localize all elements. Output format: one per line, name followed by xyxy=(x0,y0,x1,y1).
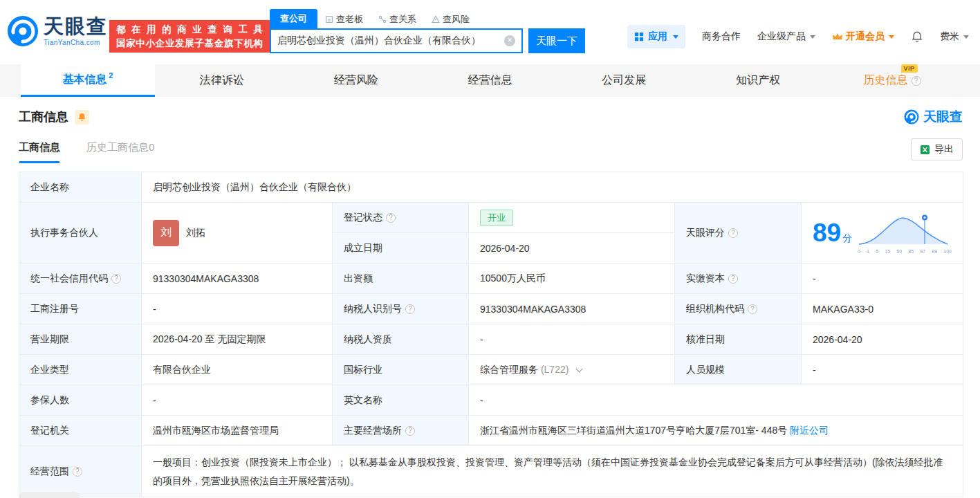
insured-count-value: - xyxy=(142,385,333,416)
registration-status-label: 登记状态 ? xyxy=(333,203,469,233)
notifications-button[interactable] xyxy=(911,30,923,43)
table-row: 工商注册号 - 纳税人识别号 ? 91330304MAKAGA3308 组织机构… xyxy=(19,294,963,324)
excel-icon xyxy=(920,145,930,155)
tab-company-development[interactable]: 公司发展 xyxy=(557,64,691,97)
help-icon[interactable]: ? xyxy=(405,426,415,436)
industry-label: 国标行业 xyxy=(333,355,469,385)
capital-value: 10500万人民币 xyxy=(469,264,675,294)
business-cooperation-label: 商务合作 xyxy=(702,30,741,43)
search-tab-boss[interactable]: 查老板 xyxy=(317,10,371,28)
chevron-down-icon[interactable] xyxy=(576,365,583,372)
table-row: 执行事务合伙人 刘 刘拓 登记状态 ? 开业 天眼评分 ? 89分 xyxy=(19,203,963,233)
subscribe-bell-button[interactable] xyxy=(75,110,89,124)
tab-intellectual-property[interactable]: 知识产权 xyxy=(691,64,825,97)
search-tab-label: 查老板 xyxy=(336,13,363,26)
managing-partner-name[interactable]: 刘拓 xyxy=(186,227,205,239)
score-number: 89分 xyxy=(813,219,852,248)
registration-authority-label: 登记机关 xyxy=(19,416,142,446)
user-menu[interactable]: 费米 xyxy=(940,30,969,43)
search-tab-company[interactable]: 查公司 xyxy=(270,9,317,28)
help-icon[interactable]: ? xyxy=(73,467,82,477)
tab-operating-risk[interactable]: 经营风险 xyxy=(289,64,423,97)
relation-icon xyxy=(378,15,387,24)
chevron-down-icon xyxy=(889,35,894,39)
table-row: 企业名称 启明芯创业投资（温州）合伙企业（有限合伙） xyxy=(19,172,963,203)
help-icon[interactable]: ? xyxy=(386,213,396,223)
subtab-history-business-info[interactable]: 历史工商信息0 xyxy=(86,141,154,163)
managing-partner-cell: 刘 刘拓 xyxy=(142,203,333,264)
clear-search-icon[interactable]: × xyxy=(504,35,515,46)
help-icon[interactable]: ? xyxy=(912,76,921,86)
taxpayer-quality-value: - xyxy=(469,324,675,355)
tab-history-info[interactable]: 历史信息 VIP ? xyxy=(825,64,959,97)
slogan-line-2: 国家中小企业发展子基金旗下机构 xyxy=(116,37,263,50)
tab-operating-risk-label: 经营风险 xyxy=(334,73,378,88)
export-label: 导出 xyxy=(934,143,954,156)
search-tabs: 查公司 查老板 查关系 查风险 xyxy=(270,9,585,28)
export-button[interactable]: 导出 xyxy=(911,138,963,160)
registration-number-value: - xyxy=(142,294,333,324)
username-label: 费米 xyxy=(940,30,959,43)
managing-partner-label: 执行事务合伙人 xyxy=(19,203,142,264)
open-vip-label: 开通会员 xyxy=(846,30,885,43)
table-row: 经营范围 ? 一般项目：创业投资（限投资未上市企业）； 以私募基金从事股权投资、… xyxy=(19,446,963,497)
apps-menu[interactable]: 应用 xyxy=(627,25,685,48)
credit-code-value: 91330304MAKAGA3308 xyxy=(142,264,333,294)
search-tab-label: 查公司 xyxy=(280,12,307,25)
business-scope-value: 一般项目：创业投资（限投资未上市企业）； 以私募基金从事股权投资、投资管理、资产… xyxy=(142,446,963,497)
tab-operating-info[interactable]: 经营信息 xyxy=(423,64,557,97)
tianyancha-logo-icon xyxy=(904,109,919,124)
chevron-down-icon xyxy=(810,35,815,39)
slogan-line-1: 都在用的商业查询工具 xyxy=(116,23,263,37)
help-icon[interactable]: ? xyxy=(111,274,121,284)
slogan-banner: 都在用的商业查询工具 国家中小企业发展子基金旗下机构 xyxy=(109,20,270,53)
company-type-value: 有限合伙企业 xyxy=(142,355,333,385)
search-tab-label: 查风险 xyxy=(443,13,470,26)
business-cooperation-link[interactable]: 商务合作 xyxy=(702,30,741,43)
tab-basic-info[interactable]: 基本信息 2 xyxy=(21,64,155,97)
tab-basic-info-label: 基本信息 xyxy=(62,73,107,87)
crown-icon xyxy=(832,33,843,41)
search-tab-risk[interactable]: 查风险 xyxy=(424,10,477,28)
avatar[interactable]: 刘 xyxy=(153,220,179,246)
approval-date-value: 2026-04-20 xyxy=(802,324,963,355)
tianyancha-logo[interactable]: 天眼查 TianYanCha.com xyxy=(7,15,108,47)
staff-size-label: 人员规模 xyxy=(675,355,802,385)
org-code-label: 组织机构代码 ? xyxy=(675,294,802,324)
tianyan-score-label: 天眼评分 ? xyxy=(675,203,802,264)
apps-label: 应用 xyxy=(648,30,667,43)
search-button[interactable]: 天眼一下 xyxy=(528,28,585,53)
search-tab-relation[interactable]: 查关系 xyxy=(371,10,424,28)
help-icon[interactable]: ? xyxy=(748,304,757,314)
company-name-value: 启明芯创业投资（温州）合伙企业（有限合伙） xyxy=(142,172,963,203)
subtab-business-info[interactable]: 工商信息 xyxy=(19,141,60,163)
section-title: 工商信息 xyxy=(19,109,68,125)
english-name-value: - xyxy=(469,385,963,416)
paid-capital-value: - xyxy=(802,264,963,294)
header: 天眼查 TianYanCha.com 都在用的商业查询工具 国家中小企业发展子基… xyxy=(0,0,980,62)
tab-history-info-label: 历史信息 xyxy=(864,74,908,86)
business-address-label: 主要经营场所 ? xyxy=(333,416,469,446)
company-nav-tabs: 基本信息 2 法律诉讼 经营风险 经营信息 公司发展 知识产权 历史信息 VIP… xyxy=(0,64,980,97)
nearby-companies-link[interactable]: 附近公司 xyxy=(790,425,829,436)
table-row: 营业期限 2026-04-20 至 无固定期限 纳税人资质 - 核准日期 202… xyxy=(19,324,963,355)
enterprise-products-menu[interactable]: 企业级产品 xyxy=(757,30,815,43)
open-vip-menu[interactable]: 开通会员 xyxy=(832,30,894,43)
english-name-label: 英文名称 xyxy=(333,385,469,416)
industry-code: (L722) xyxy=(541,364,568,375)
bell-icon xyxy=(911,30,923,43)
help-icon[interactable]: ? xyxy=(728,274,738,284)
enterprise-products-label: 企业级产品 xyxy=(757,30,806,43)
score-distribution-chart: 0151550859799100 xyxy=(858,212,952,254)
help-icon[interactable]: ? xyxy=(728,228,738,238)
tianyan-score-cell[interactable]: 89分 0151550859799100 xyxy=(802,203,963,264)
tab-operating-info-label: 经营信息 xyxy=(468,73,512,88)
search-input[interactable] xyxy=(277,35,504,46)
tab-legal[interactable]: 法律诉讼 xyxy=(155,64,289,97)
registration-number-label: 工商注册号 xyxy=(19,294,142,324)
taxpayer-id-label: 纳税人识别号 ? xyxy=(333,294,469,324)
tianyancha-logo-icon xyxy=(7,15,39,47)
table-row: 统一社会信用代码 ? 91330304MAKAGA3308 出资额 10500万… xyxy=(19,264,963,294)
next-section-peek xyxy=(19,492,80,498)
help-icon[interactable]: ? xyxy=(405,304,415,314)
